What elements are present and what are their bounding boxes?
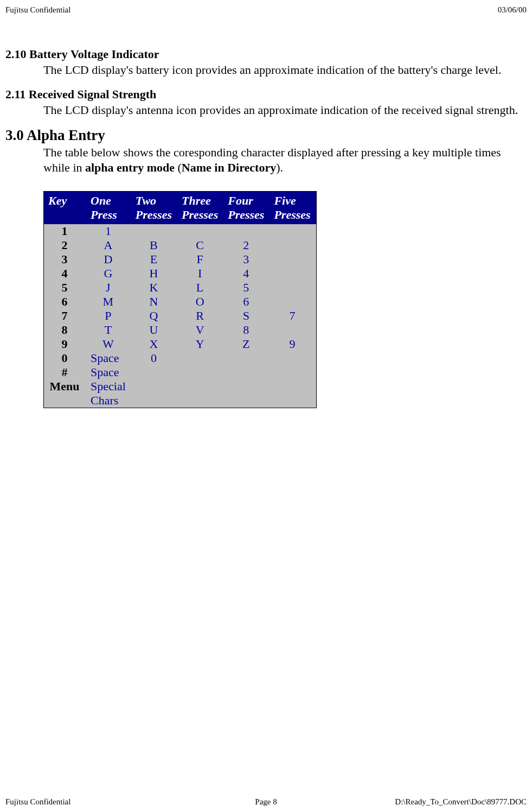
table-row: 0Space0 — [44, 351, 317, 365]
section-heading-3-0: 3.0 Alpha Entry — [5, 127, 527, 144]
th-five: FivePresses — [270, 192, 316, 225]
table-row: Chars — [44, 394, 317, 408]
section-heading-2-11: 2.11 Received Signal Strength — [5, 87, 527, 101]
th-four: FourPresses — [223, 192, 270, 225]
page-header: Fujitsu Confidential 03/06/00 — [0, 5, 532, 47]
body-mid: ( — [175, 161, 182, 174]
alpha-entry-table-wrap: Key OnePress TwoPresses ThreePresses Fou… — [43, 191, 527, 408]
th-one: OnePress — [86, 192, 131, 225]
section-heading-2-10: 2.10 Battery Voltage Indicator — [5, 47, 527, 61]
table-row: 3DEF3 — [44, 252, 317, 267]
section-body-2-11: The LCD display's antenna icon provides … — [43, 103, 527, 118]
table-header-row: Key OnePress TwoPresses ThreePresses Fou… — [44, 192, 317, 225]
section-body-3-0: The table below shows the coresponding c… — [43, 145, 527, 175]
alpha-entry-table: Key OnePress TwoPresses ThreePresses Fou… — [43, 191, 317, 408]
table-row: 7PQRS7 — [44, 309, 317, 323]
table-row: #Space — [44, 365, 317, 379]
body-bold1: alpha entry mode — [85, 161, 175, 174]
page-footer: Fujitsu Confidential Page 8 D:\Ready_To_… — [0, 797, 532, 807]
table-body: 11 2ABC2 3DEF3 4GHI4 5JKL5 6MNO6 7PQRS7 … — [44, 224, 317, 408]
header-left: Fujitsu Confidential — [5, 5, 70, 15]
table-row: 8TUV8 — [44, 323, 317, 337]
footer-right: D:\Ready_To_Convert\Doc\89777.DOC — [395, 797, 527, 807]
header-right: 03/06/00 — [498, 5, 527, 15]
section-body-2-10: The LCD display's battery icon provides … — [43, 62, 527, 78]
th-two: TwoPresses — [131, 192, 177, 225]
table-row: 6MNO6 — [44, 295, 317, 309]
body-post: ). — [276, 161, 283, 174]
th-three: ThreePresses — [177, 192, 223, 225]
table-row: 4GHI4 — [44, 267, 317, 281]
page-content: 2.10 Battery Voltage Indicator The LCD d… — [0, 47, 532, 408]
table-row: MenuSpecial — [44, 379, 317, 394]
table-row: 11 — [44, 224, 317, 238]
table-row: 9WXYZ9 — [44, 337, 317, 351]
footer-left: Fujitsu Confidential — [5, 797, 70, 807]
th-key: Key — [44, 192, 87, 225]
footer-center: Page 8 — [255, 797, 277, 807]
table-row: 5JKL5 — [44, 281, 317, 295]
body-bold2: Name in Directory — [182, 161, 276, 174]
table-row: 2ABC2 — [44, 238, 317, 252]
